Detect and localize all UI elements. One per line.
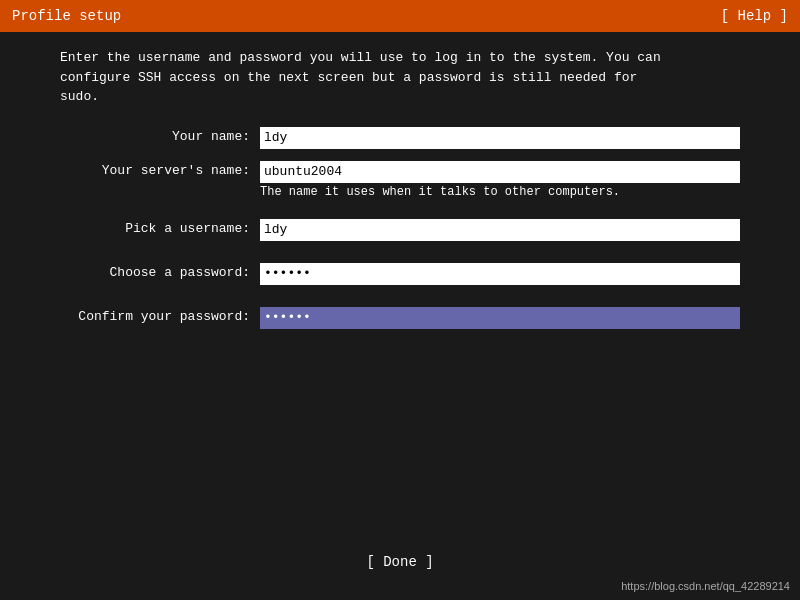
server-name-row: Your server's name: The name it uses whe… — [60, 161, 740, 199]
description: Enter the username and password you will… — [60, 48, 740, 107]
bottom-bar: [ Done ] — [0, 554, 800, 570]
description-line3: sudo. — [60, 89, 99, 104]
username-row: Pick a username: — [60, 219, 740, 241]
server-name-label: Your server's name: — [60, 161, 260, 178]
your-name-row: Your name: — [60, 127, 740, 149]
title-bar-help[interactable]: [ Help ] — [721, 8, 788, 24]
username-label: Pick a username: — [60, 219, 260, 236]
username-input-group — [260, 219, 740, 241]
description-line2: configure SSH access on the next screen … — [60, 70, 637, 85]
title-bar-title: Profile setup — [12, 8, 121, 24]
confirm-password-input[interactable] — [260, 307, 740, 329]
your-name-input-group — [260, 127, 740, 149]
form-container: Your name: Your server's name: The name … — [60, 127, 740, 341]
title-bar: Profile setup [ Help ] — [0, 0, 800, 32]
password-input[interactable] — [260, 263, 740, 285]
main-content: Enter the username and password you will… — [0, 32, 800, 357]
your-name-input[interactable] — [260, 127, 740, 149]
password-input-group — [260, 263, 740, 285]
done-button[interactable]: [ Done ] — [366, 554, 433, 570]
confirm-password-label: Confirm your password: — [60, 307, 260, 324]
your-name-label: Your name: — [60, 127, 260, 144]
watermark: https://blog.csdn.net/qq_42289214 — [621, 580, 790, 592]
confirm-password-row: Confirm your password: — [60, 307, 740, 329]
server-name-hint: The name it uses when it talks to other … — [260, 185, 740, 199]
confirm-password-input-group — [260, 307, 740, 329]
description-line1: Enter the username and password you will… — [60, 50, 661, 65]
password-label: Choose a password: — [60, 263, 260, 280]
server-name-input[interactable] — [260, 161, 740, 183]
server-name-input-group: The name it uses when it talks to other … — [260, 161, 740, 199]
username-input[interactable] — [260, 219, 740, 241]
password-row: Choose a password: — [60, 263, 740, 285]
